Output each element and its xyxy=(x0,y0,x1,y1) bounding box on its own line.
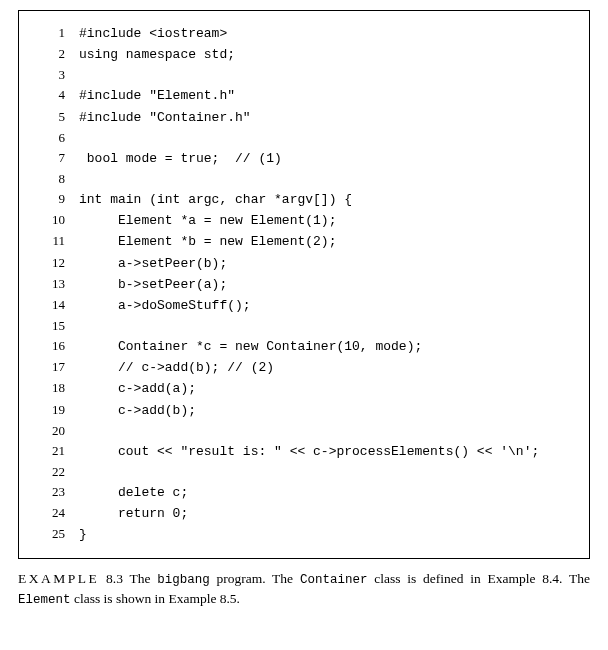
code-text: b->setPeer(a); xyxy=(79,275,227,295)
code-line: 6 xyxy=(37,128,571,148)
class-name-element: Element xyxy=(18,593,71,607)
class-name-container: Container xyxy=(300,573,368,587)
code-line: 12 a->setPeer(b); xyxy=(37,253,571,274)
line-number: 20 xyxy=(37,421,79,441)
line-number: 22 xyxy=(37,462,79,482)
code-line: 14 a->doSomeStuff(); xyxy=(37,295,571,316)
line-number: 24 xyxy=(37,503,79,523)
code-text: c->add(a); xyxy=(79,379,196,399)
code-line: 20 xyxy=(37,421,571,441)
code-text: int main (int argc, char *argv[]) { xyxy=(79,190,352,210)
code-text: cout << "result is: " << c->processEleme… xyxy=(79,442,539,462)
line-number: 19 xyxy=(37,400,79,420)
line-number: 8 xyxy=(37,169,79,189)
line-number: 11 xyxy=(37,231,79,251)
code-line: 4#include "Element.h" xyxy=(37,85,571,106)
code-line: 13 b->setPeer(a); xyxy=(37,274,571,295)
line-number: 16 xyxy=(37,336,79,356)
caption-label: EXAMPLE xyxy=(18,571,99,586)
code-text: return 0; xyxy=(79,504,188,524)
line-number: 23 xyxy=(37,482,79,502)
line-number: 10 xyxy=(37,210,79,230)
figure-caption: EXAMPLE 8.3 The bigbang program. The Con… xyxy=(18,569,590,609)
code-text: delete c; xyxy=(79,483,188,503)
line-number: 18 xyxy=(37,378,79,398)
code-line: 24 return 0; xyxy=(37,503,571,524)
line-number: 4 xyxy=(37,85,79,105)
line-number: 3 xyxy=(37,65,79,85)
code-text: // c->add(b); // (2) xyxy=(79,358,274,378)
program-name: bigbang xyxy=(157,573,210,587)
code-line: 19 c->add(b); xyxy=(37,400,571,421)
code-listing: 1#include <iostream>2using namespace std… xyxy=(18,10,590,559)
code-text: Element *a = new Element(1); xyxy=(79,211,336,231)
line-number: 13 xyxy=(37,274,79,294)
line-number: 17 xyxy=(37,357,79,377)
code-line: 10 Element *a = new Element(1); xyxy=(37,210,571,231)
code-text: a->doSomeStuff(); xyxy=(79,296,251,316)
code-line: 5#include "Container.h" xyxy=(37,107,571,128)
code-text: Container *c = new Container(10, mode); xyxy=(79,337,422,357)
line-number: 9 xyxy=(37,189,79,209)
code-text: bool mode = true; // (1) xyxy=(79,149,282,169)
code-line: 1#include <iostream> xyxy=(37,23,571,44)
code-line: 16 Container *c = new Container(10, mode… xyxy=(37,336,571,357)
code-line: 9int main (int argc, char *argv[]) { xyxy=(37,189,571,210)
code-line: 22 xyxy=(37,462,571,482)
line-number: 12 xyxy=(37,253,79,273)
line-number: 6 xyxy=(37,128,79,148)
code-line: 15 xyxy=(37,316,571,336)
code-line: 17 // c->add(b); // (2) xyxy=(37,357,571,378)
code-text: Element *b = new Element(2); xyxy=(79,232,336,252)
line-number: 5 xyxy=(37,107,79,127)
line-number: 2 xyxy=(37,44,79,64)
line-number: 25 xyxy=(37,524,79,544)
code-text: #include <iostream> xyxy=(79,24,227,44)
code-text: #include "Container.h" xyxy=(79,108,251,128)
code-line: 23 delete c; xyxy=(37,482,571,503)
line-number: 14 xyxy=(37,295,79,315)
line-number: 21 xyxy=(37,441,79,461)
code-text: a->setPeer(b); xyxy=(79,254,227,274)
code-line: 7 bool mode = true; // (1) xyxy=(37,148,571,169)
code-line: 2using namespace std; xyxy=(37,44,571,65)
code-line: 25} xyxy=(37,524,571,545)
code-text: using namespace std; xyxy=(79,45,235,65)
line-number: 7 xyxy=(37,148,79,168)
code-line: 8 xyxy=(37,169,571,189)
line-number: 15 xyxy=(37,316,79,336)
code-line: 18 c->add(a); xyxy=(37,378,571,399)
code-line: 21 cout << "result is: " << c->processEl… xyxy=(37,441,571,462)
code-text: c->add(b); xyxy=(79,401,196,421)
code-text: } xyxy=(79,525,87,545)
code-line: 3 xyxy=(37,65,571,85)
line-number: 1 xyxy=(37,23,79,43)
code-text: #include "Element.h" xyxy=(79,86,235,106)
code-line: 11 Element *b = new Element(2); xyxy=(37,231,571,252)
